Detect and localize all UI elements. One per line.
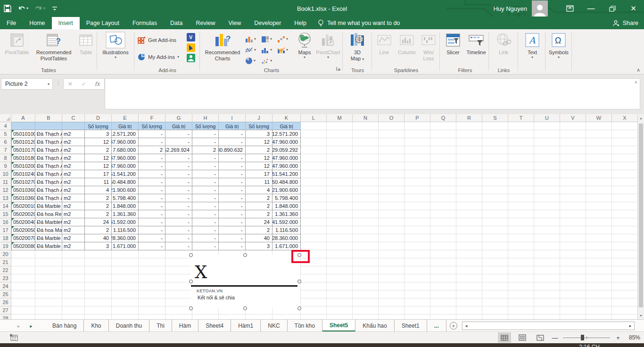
column-header-P[interactable]: P (405, 114, 430, 122)
cell-P25[interactable] (405, 290, 430, 298)
cell-M15[interactable] (327, 210, 353, 218)
cell-J28[interactable] (246, 314, 272, 319)
cell-S24[interactable] (482, 282, 508, 290)
cell-F14[interactable]: - (139, 202, 165, 210)
cell-R27[interactable] (456, 306, 482, 314)
zoom-in-button[interactable]: + (615, 334, 621, 341)
cell-O7[interactable] (379, 146, 405, 154)
cell-U7[interactable] (534, 146, 560, 154)
cell-T24[interactable] (508, 282, 534, 290)
cell-F25[interactable] (139, 290, 165, 298)
cell-C16[interactable]: m2 (62, 218, 85, 226)
cell-P4[interactable] (405, 122, 430, 130)
cell-F13[interactable]: - (139, 194, 165, 202)
cell-X10[interactable] (612, 170, 638, 178)
cell-T19[interactable] (508, 242, 534, 250)
cell-O12[interactable] (379, 186, 405, 194)
cell-W7[interactable] (586, 146, 612, 154)
cell-O20[interactable] (379, 250, 405, 258)
cell-G13[interactable]: - (165, 194, 192, 202)
cell-F8[interactable]: - (139, 154, 165, 162)
zoom-level[interactable]: 85% (626, 334, 640, 341)
close-button[interactable]: ✕ (623, 0, 644, 17)
cell-L22[interactable] (301, 266, 327, 274)
cell-U25[interactable] (534, 290, 560, 298)
cell-I16[interactable]: - (219, 218, 246, 226)
cell-K18[interactable]: 28.360.000 (272, 234, 301, 242)
cell-D16[interactable]: 24 (85, 218, 112, 226)
insert-combo-chart-button[interactable]: ▾ (277, 45, 293, 55)
cell-T20[interactable] (508, 250, 534, 258)
cell-C23[interactable] (62, 274, 85, 282)
cell-T8[interactable] (508, 154, 534, 162)
cell-Q13[interactable] (430, 194, 456, 202)
cell-W22[interactable] (586, 266, 612, 274)
cell-A21[interactable] (11, 258, 35, 266)
cell-Q19[interactable] (430, 242, 456, 250)
row-header-17[interactable]: 17 (0, 226, 11, 234)
row-header-20[interactable]: 20 (0, 250, 11, 258)
cell-W10[interactable] (586, 170, 612, 178)
cell-W13[interactable] (586, 194, 612, 202)
cell-U28[interactable] (534, 314, 560, 319)
cell-J13[interactable]: 2 (246, 194, 272, 202)
cell-S28[interactable] (482, 314, 508, 319)
minimize-button[interactable]: — (580, 0, 602, 17)
cell-G14[interactable]: - (165, 202, 192, 210)
cell-W6[interactable] (586, 138, 612, 146)
cell-N22[interactable] (353, 266, 379, 274)
cell-C7[interactable]: m2 (62, 146, 85, 154)
formula-bar-drag-dots[interactable]: ⋮ (56, 80, 61, 86)
cell-Q16[interactable] (430, 218, 456, 226)
cell-C12[interactable]: m2 (62, 186, 85, 194)
cell-B4[interactable] (35, 122, 62, 130)
cell-D23[interactable] (85, 274, 112, 282)
cell-E15[interactable]: 1.361.360 (112, 210, 139, 218)
cell-H11[interactable]: - (192, 178, 219, 186)
cell-P19[interactable] (405, 242, 430, 250)
cell-K15[interactable]: 1.361.360 (272, 210, 301, 218)
cell-K7[interactable]: 29.059.292 (272, 146, 301, 154)
cell-G15[interactable]: - (165, 210, 192, 218)
ribbon-tab-file[interactable]: File (0, 17, 23, 29)
my-addins-button[interactable]: My Add-ins ▾ (138, 53, 179, 61)
cell-N28[interactable] (353, 314, 379, 319)
row-header-16[interactable]: 16 (0, 218, 11, 226)
cell-R18[interactable] (456, 234, 482, 242)
cell-W11[interactable] (586, 178, 612, 186)
selection-handle-bottom-left[interactable] (189, 306, 193, 310)
cell-F9[interactable]: - (139, 162, 165, 170)
cell-L18[interactable] (301, 234, 327, 242)
share-button[interactable]: Share (613, 17, 638, 29)
cell-H16[interactable]: - (192, 218, 219, 226)
cell-J4[interactable]: Số lượng (246, 122, 272, 130)
cell-N21[interactable] (353, 258, 379, 266)
cell-I6[interactable]: - (219, 138, 246, 146)
cell-F22[interactable] (139, 266, 165, 274)
cell-E19[interactable]: 1.671.000 (112, 242, 139, 250)
cell-M7[interactable] (327, 146, 353, 154)
cell-G8[interactable]: - (165, 154, 192, 162)
sheet-tab-khấu-hao[interactable]: Khấu hao (355, 320, 394, 331)
cell-K10[interactable]: 51.541.200 (272, 170, 301, 178)
cell-J16[interactable]: 24 (246, 218, 272, 226)
cell-Q10[interactable] (430, 170, 456, 178)
cell-I19[interactable]: - (219, 242, 246, 250)
customize-qat-button[interactable] (52, 6, 58, 11)
cell-I28[interactable] (219, 314, 246, 319)
row-header-25[interactable]: 25 (0, 290, 11, 298)
cell-H8[interactable]: - (192, 154, 219, 162)
row-header-5[interactable]: 5 (0, 130, 11, 138)
cell-Q8[interactable] (430, 154, 456, 162)
row-header-22[interactable]: 22 (0, 266, 11, 274)
cell-U6[interactable] (534, 138, 560, 146)
cell-F7[interactable]: 2 (139, 146, 165, 154)
cell-Q22[interactable] (430, 266, 456, 274)
add-sheet-button[interactable]: + (446, 320, 461, 331)
cell-F28[interactable] (139, 314, 165, 319)
tell-me-box[interactable]: Tell me what you want to do (313, 17, 405, 29)
cell-P13[interactable] (405, 194, 430, 202)
cell-V24[interactable] (560, 282, 586, 290)
column-header-Q[interactable]: Q (430, 114, 456, 122)
cell-D13[interactable]: 2 (85, 194, 112, 202)
